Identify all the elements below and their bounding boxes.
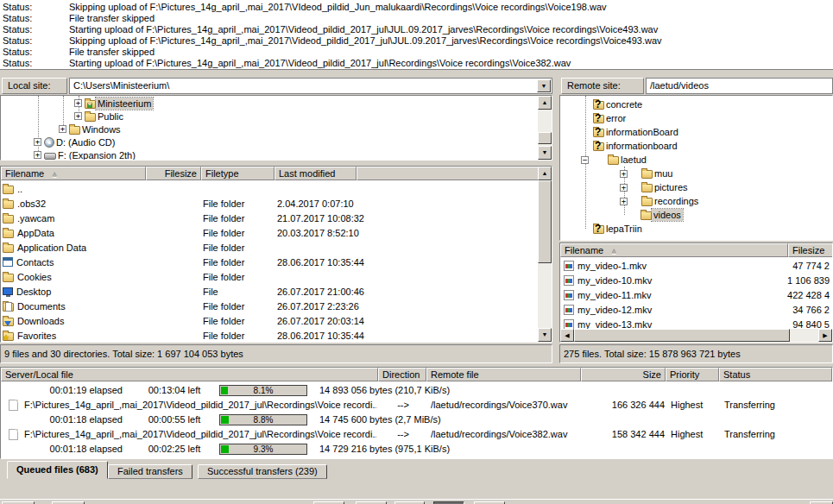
audio-cd-icon — [44, 137, 54, 148]
file-row[interactable]: CookiesFile folder — [1, 269, 552, 284]
scroll-down-icon[interactable]: ▼ — [538, 328, 552, 342]
queue-file-row[interactable]: F:\Pictures_14g_april_,mai_2017\Videod_p… — [2, 427, 831, 442]
local-tree-scrollbar[interactable]: ▲ ▼ — [538, 96, 552, 160]
tree-item-error[interactable]: error — [593, 111, 628, 125]
file-row[interactable]: my_video-1.mkv47 774 2 — [560, 258, 832, 273]
file-row[interactable]: my_video-11.mkv422 428 4 — [560, 287, 832, 302]
expand-icon[interactable]: + — [620, 198, 628, 205]
column-header-filetype[interactable]: Filetype — [201, 167, 275, 180]
log-entry: Status:File transfer skipped — [0, 47, 833, 58]
priority-text: Highest — [671, 398, 718, 413]
log-message: Starting upload of F:\Pictures_14g_april… — [69, 58, 571, 69]
file-row[interactable]: DesktopFile26.07.2017 21:00:46 — [1, 284, 552, 299]
column-header-empty[interactable] — [357, 167, 540, 180]
column-header-server-local-file[interactable]: Server/Local file — [1, 368, 378, 381]
scrollbar-thumb[interactable] — [538, 180, 552, 263]
column-header-direction[interactable]: Direction — [378, 368, 426, 381]
expand-icon[interactable]: + — [34, 151, 41, 159]
file-row[interactable]: my_video-12.mkv34 766 2 — [560, 302, 832, 317]
file-icon — [9, 400, 18, 411]
tab-queued-files[interactable]: Queued files (683) — [7, 461, 108, 479]
column-label: Remote file — [431, 369, 479, 380]
scroll-up-icon[interactable]: ▲ — [538, 167, 552, 180]
tab-failed-transfers[interactable]: Failed transfers — [108, 464, 192, 479]
queue-progress-row[interactable]: 00:01:19 elapsed 00:13:04 left 8.1% 14 8… — [2, 383, 831, 398]
local-tree-pane[interactable]: +Ministeerium +Public +Windows +D: (Audi… — [0, 95, 552, 161]
tree-item-concrete[interactable]: concrete — [593, 98, 644, 111]
chevron-down-icon[interactable]: ▼ — [537, 79, 551, 92]
file-row[interactable]: DocumentsFile folder26.07.2017 2:23:26 — [1, 299, 552, 313]
expand-icon[interactable]: + — [74, 99, 82, 107]
filesize-text: 1 106 839 — [736, 273, 830, 287]
remote-tree-pane[interactable]: concrete error informationBoard informat… — [559, 95, 833, 241]
tree-item-public[interactable]: +Public — [74, 110, 125, 123]
file-row[interactable]: .yawcamFile folder21.07.2017 10:08:32 — [1, 211, 552, 225]
transfer-queue[interactable]: Server/Local file Direction Remote file … — [0, 367, 833, 459]
expand-icon[interactable]: + — [59, 125, 66, 133]
column-header-last-modified[interactable]: Last modified — [275, 167, 357, 180]
file-row[interactable]: .obs32File folder2.04.2017 0:07:10 — [1, 196, 552, 211]
tree-item-label: Ministeerium — [96, 98, 153, 110]
tree-item-recordings[interactable]: +recordings — [620, 194, 700, 208]
file-row[interactable]: ContactsFile folder28.06.2017 10:35:44 — [1, 255, 552, 269]
tree-item-muu[interactable]: +muu — [620, 167, 674, 180]
column-header-size[interactable]: Size — [581, 368, 666, 381]
queue-progress-row[interactable]: 00:01:18 elapsed 00:02:25 left 9.3% 14 7… — [2, 442, 831, 457]
message-log[interactable]: Status:Skipping upload of F:\Pictures_14… — [0, 0, 833, 70]
expand-icon[interactable]: + — [34, 138, 41, 146]
tree-item-windows[interactable]: +Windows — [59, 123, 123, 135]
modified-text: 28.06.2017 10:35:44 — [277, 255, 396, 269]
file-row[interactable]: my_video-10.mkv1 106 839 — [560, 273, 832, 287]
column-header-filename[interactable]: Filename▲ — [560, 243, 788, 257]
filetype-text — [203, 181, 274, 196]
local-list-scrollbar[interactable]: ▲ ▼ — [538, 167, 552, 342]
remote-site-combobox[interactable]: /laetud/videos — [646, 78, 833, 94]
filename-text: Cookies — [17, 270, 52, 284]
filename-text: Application Data — [17, 241, 86, 255]
remote-file-list[interactable]: Filename▲ Filesize my_video-1.mkv47 774 … — [559, 243, 833, 343]
file-row[interactable]: FavoritesFile folder28.06.2017 10:35:44 — [1, 328, 552, 343]
file-row[interactable]: DownloadsFile folder26.07.2017 20:03:14 — [1, 313, 552, 328]
tree-item-ministeerium[interactable]: +Ministeerium — [74, 97, 153, 110]
queue-file-row[interactable]: F:\Pictures_14g_april_,mai_2017\Videod_p… — [2, 398, 831, 413]
tree-item-f-drive[interactable]: +F: (Expansion 2th) — [34, 148, 137, 161]
tree-item-informationboard-2[interactable]: informationboard — [593, 139, 679, 153]
tree-item-laetud[interactable]: −laetud — [581, 153, 648, 167]
queue-progress-row[interactable]: 00:01:18 elapsed 00:00:55 left 8.8% 14 7… — [2, 413, 831, 427]
expand-icon[interactable]: + — [620, 184, 628, 192]
file-row[interactable]: Application DataFile folder — [1, 240, 552, 255]
column-header-filename[interactable]: Filename▲ — [1, 167, 146, 180]
scroll-down-icon[interactable]: ▼ — [538, 146, 552, 160]
expand-icon[interactable]: + — [74, 112, 82, 120]
scroll-left-icon[interactable]: ◀ — [560, 329, 574, 342]
tree-item-pictures[interactable]: +pictures — [620, 180, 690, 194]
file-row[interactable]: .. — [1, 181, 552, 196]
file-row[interactable]: AppDataFile folder20.03.2017 8:52:10 — [1, 225, 552, 240]
video-file-icon — [564, 319, 574, 330]
remote-list-hscrollbar[interactable]: ◀ ▶ — [560, 329, 832, 342]
column-header-status[interactable]: Status — [719, 368, 832, 381]
column-header-remote-file[interactable]: Remote file — [426, 368, 581, 381]
scrollbar-thumb[interactable] — [574, 329, 790, 342]
tree-item-d-drive[interactable]: +D: (Audio CD) — [34, 135, 117, 148]
scroll-right-icon[interactable]: ▶ — [818, 329, 832, 342]
expand-icon[interactable]: + — [620, 170, 628, 178]
local-file-list[interactable]: Filename▲ Filesize Filetype Last modifie… — [0, 166, 552, 343]
tab-successful-transfers[interactable]: Successful transfers (239) — [198, 464, 327, 479]
tree-item-informationboard-1[interactable]: informationBoard — [593, 125, 680, 139]
local-site-combobox[interactable]: C:\Users\Ministeerium\ ▼ — [69, 78, 552, 94]
folder-icon — [69, 126, 80, 135]
tree-item-lepatriin[interactable]: lepaTriin — [593, 222, 644, 236]
tree-item-label: recordings — [653, 195, 700, 207]
collapse-icon[interactable]: − — [581, 156, 589, 164]
tree-item-videos[interactable]: videos — [641, 208, 683, 222]
modified-text: 2.04.2017 0:07:10 — [277, 196, 396, 211]
column-header-priority[interactable]: Priority — [666, 368, 719, 381]
scroll-up-icon[interactable]: ▲ — [538, 96, 552, 110]
unknown-folder-icon — [593, 129, 604, 137]
column-header-filesize[interactable]: Filesize — [788, 243, 833, 257]
column-header-filesize[interactable]: Filesize — [146, 167, 201, 180]
size-text: 158 342 444 — [582, 427, 665, 442]
modified-text: 28.06.2017 10:35:44 — [277, 328, 396, 343]
scrollbar-thumb[interactable] — [538, 132, 552, 144]
